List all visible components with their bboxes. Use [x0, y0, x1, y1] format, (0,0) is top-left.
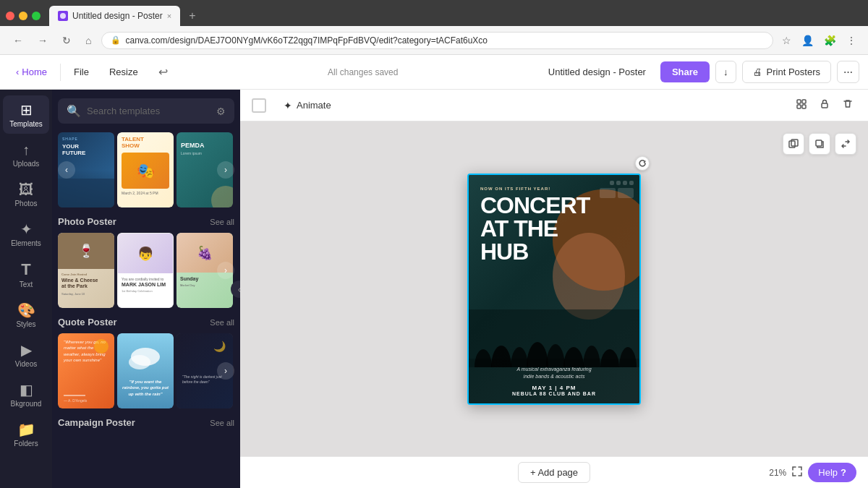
- quote-poster-title: Quote Poster: [58, 317, 117, 328]
- concert-poster[interactable]: NOW ON ITS FIFTH YEAR! CONCERT AT THE HU…: [467, 174, 641, 405]
- quote-poster-section: Quote Poster See all "Wherever you go, n…: [58, 317, 234, 408]
- extensions-button[interactable]: 🧩: [821, 32, 839, 49]
- photos-label: Photos: [14, 200, 37, 207]
- download-button[interactable]: ↓: [715, 61, 736, 83]
- add-page-button[interactable]: + Add page: [518, 462, 590, 483]
- quote-poster-row: "Wherever you go, no matter what the wea…: [58, 333, 234, 408]
- zoom-controls: 21% Help ?: [769, 463, 856, 482]
- resize-canvas-button[interactable]: [835, 133, 856, 155]
- photo-poster-next-arrow[interactable]: ›: [217, 262, 234, 279]
- poster-description: A musical extravaganza featuringindie ba…: [477, 366, 631, 380]
- undo-button[interactable]: ↩: [151, 61, 175, 83]
- quote-poster-header: Quote Poster See all: [58, 317, 234, 328]
- photo-poster-card-2[interactable]: 👦 You are cordially invited to MARK JASO…: [117, 233, 174, 308]
- sidebar-item-folders[interactable]: 📁 Folders: [3, 415, 49, 453]
- sidebar-item-text[interactable]: T Text: [3, 254, 49, 294]
- design-title: Untitled design - Poster: [548, 67, 646, 77]
- photo-poster-card-1[interactable]: 🍷 Come Join Hosted Wine & Cheeseat the P…: [58, 233, 114, 308]
- file-button[interactable]: File: [67, 62, 96, 82]
- sidebar-item-elements[interactable]: ✦ Elements: [3, 215, 49, 253]
- copy-frames-button[interactable]: [783, 133, 804, 155]
- sidebar-item-videos[interactable]: ▶ Videos: [3, 335, 49, 374]
- top-carousel: SHAPE YOURFUTURE TALENTSHO: [58, 132, 234, 207]
- svg-rect-1: [797, 100, 801, 103]
- page-checkbox[interactable]: [252, 98, 266, 113]
- profile-button[interactable]: 👤: [799, 32, 817, 49]
- toolbar-right-actions: [793, 95, 856, 116]
- home-button[interactable]: ⌂: [81, 32, 95, 49]
- tab-favicon: [58, 11, 68, 21]
- search-icon: 🔍: [67, 104, 81, 118]
- saved-status: All changes saved: [184, 67, 542, 77]
- quote-poster-card-2[interactable]: "If you want the rainbow, you gotta put …: [117, 333, 174, 408]
- delete-button[interactable]: [839, 95, 856, 116]
- canvas-container[interactable]: NOW ON ITS FIFTH YEAR! CONCERT AT THE HU…: [240, 121, 868, 456]
- poster-title-line1: CONCERT: [480, 194, 628, 217]
- uploads-label: Uploads: [13, 160, 40, 168]
- sidebar-item-styles[interactable]: 🎨 Styles: [3, 296, 49, 334]
- print-posters-button[interactable]: 🖨 Print Posters: [742, 61, 831, 83]
- campaign-poster-see-all[interactable]: See all: [210, 419, 234, 427]
- address-bar[interactable]: 🔒 canva.com/design/DAEJ7O0NYgM/vK6oTZ2qg…: [101, 32, 773, 49]
- sidebar-item-background[interactable]: ◧ Bkground: [3, 375, 49, 414]
- window-controls: [6, 12, 41, 20]
- browser-window: Untitled design - Poster × + ← → ↻ ⌂ 🔒 c…: [0, 0, 868, 55]
- sidebar-item-photos[interactable]: 🖼 Photos: [3, 175, 49, 213]
- folders-label: Folders: [14, 440, 38, 448]
- minimize-window-dot[interactable]: [19, 12, 27, 20]
- animate-toolbar: ✦ Animate: [240, 90, 868, 121]
- share-button[interactable]: Share: [660, 61, 710, 82]
- filter-icon[interactable]: ⚙: [216, 106, 226, 117]
- svg-rect-8: [816, 140, 822, 146]
- duplicate-button[interactable]: [809, 133, 830, 155]
- maximize-window-dot[interactable]: [32, 12, 41, 20]
- poster-bottom-info: A musical extravaganza featuringindie ba…: [469, 359, 639, 403]
- carousel-prev-arrow[interactable]: ‹: [58, 161, 75, 179]
- campaign-poster-section: Campaign Poster See all: [58, 417, 234, 428]
- refresh-button[interactable]: ↻: [58, 32, 75, 49]
- position-button[interactable]: [793, 95, 810, 116]
- sidebar-item-uploads[interactable]: ↑ Uploads: [3, 135, 49, 174]
- photo-poster-row: 🍷 Come Join Hosted Wine & Cheeseat the P…: [58, 233, 234, 308]
- lock-button[interactable]: [816, 95, 833, 116]
- back-button[interactable]: ←: [9, 32, 27, 49]
- quote-poster-see-all[interactable]: See all: [210, 318, 234, 327]
- quote-poster-carousel: "Wherever you go, no matter what the wea…: [58, 333, 234, 408]
- home-button[interactable]: ‹ Home: [9, 62, 54, 82]
- sidebar-item-templates[interactable]: ⊞ Templates: [3, 95, 49, 134]
- animate-label: Animate: [297, 100, 331, 111]
- rotate-icon: [638, 159, 647, 168]
- download-icon: ↓: [723, 67, 728, 77]
- quote-poster-next-arrow[interactable]: ›: [217, 362, 234, 380]
- photo-poster-see-all[interactable]: See all: [210, 218, 234, 226]
- more-options-button[interactable]: ⋮: [843, 32, 859, 49]
- search-bar[interactable]: 🔍 ⚙: [58, 98, 234, 124]
- help-button[interactable]: Help ?: [808, 463, 856, 482]
- bookmark-button[interactable]: ☆: [779, 32, 794, 49]
- lock-icon: [819, 98, 830, 110]
- close-window-dot[interactable]: [6, 12, 14, 20]
- template-card-2[interactable]: TALENTSHOW 🎭 March 2, 2024 at 5 PM: [117, 132, 174, 207]
- carousel-next-arrow[interactable]: ›: [217, 161, 234, 179]
- nav-bar: ← → ↻ ⌂ 🔒 canva.com/design/DAEJ7O0NYgM/v…: [0, 26, 868, 55]
- poster-inner: NOW ON ITS FIFTH YEAR! CONCERT AT THE HU…: [469, 175, 639, 403]
- zoom-level: 21%: [769, 468, 786, 478]
- background-label: Bkground: [11, 400, 42, 408]
- more-button[interactable]: ⋯: [837, 61, 859, 83]
- animate-button[interactable]: ✦ Animate: [278, 97, 337, 114]
- campaign-poster-header: Campaign Poster See all: [58, 417, 234, 428]
- active-tab[interactable]: Untitled design - Poster ×: [49, 6, 180, 26]
- templates-icon: ⊞: [20, 103, 33, 117]
- resize-button[interactable]: Resize: [102, 62, 145, 82]
- nav-actions: ☆ 👤 🧩 ⋮: [779, 32, 859, 49]
- rotate-handle[interactable]: [635, 156, 650, 171]
- videos-label: Videos: [15, 360, 37, 368]
- new-tab-button[interactable]: +: [183, 9, 201, 22]
- quote-poster-card-1[interactable]: "Wherever you go, no matter what the wea…: [58, 333, 114, 408]
- forward-button[interactable]: →: [33, 32, 52, 49]
- tab-close-button[interactable]: ×: [167, 12, 171, 20]
- printer-icon: 🖨: [753, 67, 762, 77]
- fullscreen-button[interactable]: [792, 466, 802, 479]
- search-input[interactable]: [87, 106, 210, 116]
- divider-1: [60, 64, 61, 81]
